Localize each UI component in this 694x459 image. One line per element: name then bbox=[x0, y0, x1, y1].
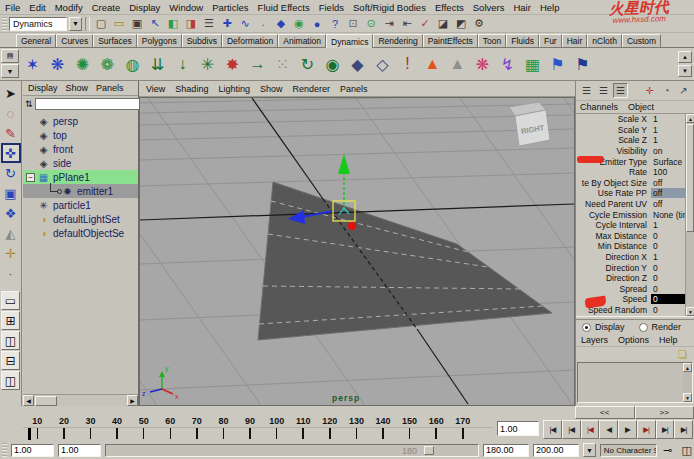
shelf-tab[interactable]: Animation bbox=[278, 34, 326, 47]
outliner-item[interactable]: ◑ defaultObjectSe bbox=[23, 226, 138, 240]
script-editor-icon[interactable]: ◫ bbox=[679, 443, 694, 457]
menu-item[interactable]: Solvers bbox=[473, 2, 505, 13]
scroll-up-icon[interactable]: ▲ bbox=[686, 114, 694, 123]
shelf-button[interactable]: ◍ bbox=[120, 51, 145, 78]
transport-button[interactable]: ▶| bbox=[674, 420, 693, 439]
tool-button[interactable]: · bbox=[1, 263, 21, 283]
sidebar-tool-icon[interactable]: ✛ bbox=[642, 83, 657, 98]
shelf-button[interactable]: ⁙ bbox=[270, 51, 295, 78]
render-radio[interactable]: Render bbox=[639, 322, 682, 332]
status-icon[interactable]: ∿ bbox=[237, 16, 253, 32]
layout-button[interactable]: ⊞ bbox=[1, 311, 20, 330]
shelf-button[interactable]: ↻ bbox=[295, 51, 320, 78]
menu-item[interactable]: Hair bbox=[513, 2, 530, 13]
status-icon[interactable]: ☰ bbox=[201, 16, 217, 32]
menu-set-dropdown-arrow-icon[interactable]: ▼ bbox=[69, 17, 82, 31]
tool-button[interactable]: ◌ bbox=[1, 103, 21, 123]
transport-button[interactable]: |◀ bbox=[581, 420, 600, 439]
status-icon[interactable]: ⚙ bbox=[471, 16, 487, 32]
pager-next-button[interactable]: >> bbox=[635, 406, 694, 419]
shelf-button[interactable]: → bbox=[245, 51, 270, 78]
shelf-button[interactable]: ▲ bbox=[445, 51, 470, 78]
shelf-button[interactable]: ◇ bbox=[370, 51, 395, 78]
outliner-item[interactable]: ✳ particle1 bbox=[23, 198, 138, 212]
layout-button[interactable]: ◫ bbox=[1, 331, 20, 350]
transport-button[interactable]: |◀ bbox=[562, 420, 581, 439]
outliner-item[interactable]: ✹ emitter1 bbox=[23, 184, 138, 198]
shelf-tab[interactable]: Hair bbox=[562, 34, 588, 47]
menu-item[interactable]: File bbox=[5, 2, 20, 13]
status-icon[interactable]: ◧ bbox=[165, 16, 181, 32]
current-time-field[interactable] bbox=[497, 421, 539, 436]
shelf-tab[interactable]: Surfaces bbox=[93, 34, 137, 47]
outliner-menu-item[interactable]: Display bbox=[28, 83, 58, 93]
menu-item[interactable]: Soft/Rigid Bodies bbox=[353, 2, 426, 13]
expander-icon[interactable]: − bbox=[26, 173, 35, 182]
expander-icon[interactable] bbox=[26, 117, 35, 126]
shelf-button[interactable]: ✳ bbox=[195, 51, 220, 78]
shelf-tab[interactable]: nCloth bbox=[587, 34, 622, 47]
range-row-grip[interactable] bbox=[2, 443, 7, 457]
shelf-tab[interactable]: Custom bbox=[622, 34, 661, 47]
transport-button[interactable]: ◀ bbox=[599, 420, 618, 439]
current-frame-marker[interactable] bbox=[28, 428, 31, 440]
display-radio[interactable]: Display bbox=[582, 322, 625, 332]
shelf-menu-arrow-icon[interactable]: ▼ bbox=[1, 64, 19, 78]
shelf-tab[interactable]: Subdivs bbox=[182, 34, 222, 47]
shelf-button[interactable]: ❋ bbox=[45, 51, 70, 78]
shelf-menu-icon[interactable]: ▤ bbox=[1, 49, 19, 63]
outliner-item[interactable]: ◈ persp bbox=[23, 114, 138, 128]
time-slider[interactable]: 10 20 30 40 50 60 70 80 90 100 110 bbox=[23, 416, 493, 441]
scroll-left-icon[interactable]: ◀ bbox=[23, 395, 34, 406]
status-icon[interactable]: ⇤ bbox=[399, 16, 415, 32]
menu-item[interactable]: Display bbox=[129, 2, 160, 13]
time-slider-ticks[interactable] bbox=[23, 427, 493, 440]
outliner-sort-icon[interactable]: ⇅ bbox=[25, 99, 33, 109]
shelf-tab[interactable]: Fluids bbox=[506, 34, 539, 47]
shelf-tab[interactable]: Polygons bbox=[137, 34, 182, 47]
outliner-item[interactable]: ◈ side bbox=[23, 156, 138, 170]
perspective-viewport[interactable]: RIGHT x y z persp bbox=[139, 97, 575, 406]
shelf-button[interactable]: ▲ bbox=[420, 51, 445, 78]
outliner-item[interactable]: ◑ defaultLightSet bbox=[23, 212, 138, 226]
shelf-tab[interactable]: PaintEffects bbox=[423, 34, 478, 47]
status-icon[interactable]: ? bbox=[327, 16, 343, 32]
outliner-hscrollbar[interactable]: ◀ ▶ bbox=[23, 394, 138, 406]
playback-end-field[interactable] bbox=[483, 444, 529, 457]
status-line-grip[interactable] bbox=[2, 17, 7, 31]
outliner-menu-item[interactable]: Show bbox=[66, 83, 89, 93]
shelf-button[interactable]: ↯ bbox=[495, 51, 520, 78]
shelf-tab[interactable]: Deformation bbox=[222, 34, 278, 47]
layer-list[interactable]: ▲ ▼ bbox=[577, 362, 693, 403]
shelf-tab[interactable]: Fur bbox=[539, 34, 562, 47]
shelf-tab[interactable]: Dynamics bbox=[326, 34, 373, 48]
channel-box-scrollbar[interactable]: ▲ ▼ bbox=[685, 114, 694, 316]
status-icon[interactable]: ⇥ bbox=[381, 16, 397, 32]
manipulator-z-handle[interactable] bbox=[348, 222, 356, 230]
menu-item[interactable]: Window bbox=[169, 2, 203, 13]
transport-button[interactable]: ▶ bbox=[618, 420, 637, 439]
shelf-button[interactable]: ❋ bbox=[470, 51, 495, 78]
status-icon[interactable]: ◪ bbox=[435, 16, 451, 32]
expander-icon[interactable] bbox=[26, 131, 35, 140]
scrollbar-thumb[interactable] bbox=[686, 124, 694, 232]
status-icon[interactable]: ◆ bbox=[273, 16, 289, 32]
shelf-tab[interactable]: Toon bbox=[478, 34, 506, 47]
tool-button[interactable]: ❖ bbox=[1, 203, 21, 223]
outliner-item[interactable]: − ▦ pPlane1 bbox=[23, 170, 138, 184]
shelf-button[interactable]: ✸ bbox=[220, 51, 245, 78]
transport-button[interactable]: ▶| bbox=[637, 420, 656, 439]
scroll-right-icon[interactable]: ▶ bbox=[127, 395, 138, 406]
shelf-button[interactable]: ! bbox=[395, 51, 420, 78]
status-icon[interactable]: ✚ bbox=[219, 16, 235, 32]
tool-button[interactable]: ✎ bbox=[1, 123, 21, 143]
layout-button[interactable]: ⊟ bbox=[1, 351, 20, 370]
tool-button[interactable]: ◭ bbox=[1, 223, 21, 243]
status-icon[interactable]: ∙ bbox=[255, 16, 271, 32]
shelf-tab[interactable]: Rendering bbox=[373, 34, 422, 47]
pager-prev-button[interactable]: << bbox=[575, 406, 635, 419]
shelf-scroll-up-icon[interactable]: ▲ bbox=[678, 51, 692, 63]
expander-icon[interactable] bbox=[26, 159, 35, 168]
status-icon[interactable]: ▣ bbox=[129, 16, 145, 32]
range-slider-track[interactable]: 180 bbox=[105, 444, 479, 457]
